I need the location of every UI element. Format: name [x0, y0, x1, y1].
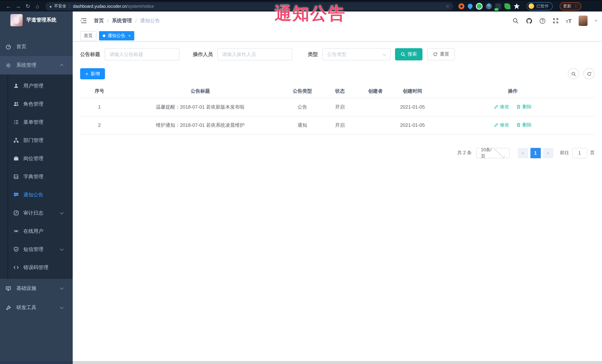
browser-menu-dots-icon[interactable]: ⋮ — [574, 4, 578, 9]
breadcrumb-home[interactable]: 首页 — [94, 17, 104, 24]
search-button-label: 搜索 — [408, 51, 417, 57]
user-menu-caret-icon[interactable] — [595, 20, 598, 22]
github-icon[interactable] — [526, 18, 532, 24]
url-path: /system/notice — [127, 4, 154, 8]
blue-pin-extension-icon[interactable] — [467, 3, 474, 10]
tag-tabs-bar: 首页 通知公告 × — [73, 30, 602, 42]
leaf-extension-icon[interactable] — [505, 3, 510, 9]
sidebar-item-audit-log[interactable]: 审计日志 — [0, 204, 73, 222]
sidebar-item-home[interactable]: 首页 — [0, 37, 73, 56]
col-header-creator: 创建者 — [357, 84, 394, 98]
trash-icon — [516, 123, 521, 127]
plus-icon: + — [85, 71, 88, 76]
delete-link[interactable]: 删除 — [516, 104, 532, 110]
breadcrumb-separator: / — [135, 18, 137, 23]
orange-donut-extension-icon[interactable] — [458, 3, 464, 9]
sidebar-item-label: 字典管理 — [23, 173, 43, 180]
reset-button[interactable]: 重置 — [427, 48, 455, 60]
sidebar-item-dev-tools[interactable]: 研发工具 — [0, 298, 73, 317]
breadcrumb-system[interactable]: 系统管理 — [112, 17, 132, 24]
page-size-select[interactable]: 10条/页 — [476, 148, 509, 158]
help-icon[interactable] — [539, 18, 545, 24]
tab-notice-announcement[interactable]: 通知公告 × — [99, 31, 134, 40]
tab-close-icon[interactable]: × — [128, 33, 131, 38]
star-extension-icon[interactable] — [514, 3, 520, 9]
cell-creator — [357, 98, 394, 116]
show-search-toggle-button[interactable] — [568, 68, 579, 79]
col-header-type: 公告类型 — [282, 84, 323, 98]
sidebar-item-label: 首页 — [16, 43, 26, 50]
cell-type: 公告 — [282, 98, 323, 116]
chevron-down-icon — [60, 247, 64, 250]
sidebar-item-dict-management[interactable]: 字典管理 — [0, 167, 73, 186]
reset-button-label: 重置 — [440, 51, 449, 57]
pencil-icon — [494, 123, 498, 127]
delete-link[interactable]: 删除 — [516, 122, 532, 128]
search-icon[interactable] — [512, 18, 519, 24]
sidebar-item-infrastructure[interactable]: 基础设施 — [0, 279, 73, 298]
sidebar-item-online-users[interactable]: 在线用户 — [0, 222, 73, 240]
green-circle-extension-icon[interactable] — [476, 3, 483, 10]
pagination: 共 2 条 10条/页 ‹ 1 › 前往 页 — [80, 148, 595, 158]
edit-link[interactable]: 修改 — [494, 104, 509, 110]
browser-home-icon[interactable]: ⌂ — [33, 1, 42, 11]
bookmark-star-icon[interactable]: ☆ — [445, 3, 450, 9]
browser-back-icon[interactable]: ← — [4, 1, 13, 11]
browser-update-button[interactable]: 更新 ⋮ — [560, 2, 581, 10]
table-tools — [568, 68, 595, 79]
not-secure-label[interactable]: 不安全 — [54, 3, 66, 9]
fullscreen-icon[interactable] — [552, 18, 559, 24]
goto-page-input[interactable] — [572, 148, 587, 158]
browser-reload-icon[interactable]: ↻ — [23, 1, 33, 11]
sidebar-item-user-management[interactable]: 用户管理 — [0, 77, 73, 95]
sidebar-item-error-code-management[interactable]: 错误码管理 — [0, 258, 73, 277]
col-header-status: 状态 — [323, 84, 357, 98]
edit-link[interactable]: 修改 — [494, 122, 509, 128]
next-page-button[interactable]: › — [543, 148, 553, 158]
sidebar-collapse-icon[interactable] — [80, 17, 87, 24]
address-bar[interactable]: ▲ 不安全 dashboard.yudao.iocoder.cn /system… — [45, 2, 453, 10]
emoji-avatar-icon — [528, 3, 534, 9]
browser-forward-icon[interactable]: → — [13, 1, 23, 11]
operator-input[interactable] — [217, 48, 292, 60]
tab-label: 首页 — [84, 32, 93, 39]
window-bottom-edge — [0, 361, 602, 364]
sidebar-item-sms-management[interactable]: 短信管理 — [0, 240, 73, 258]
page-size-value: 10条/页 — [481, 146, 493, 159]
gear-icon — [6, 62, 11, 68]
profile-paused-pill[interactable]: 已暂停 — [527, 2, 553, 10]
monitor-icon — [6, 286, 11, 291]
table-row: 1 温馨提醒：2018-07-01 若依新版本发布啦 公告 开启 2021-01… — [80, 98, 595, 116]
cell-title: 维护通知：2018-07-01 若依系统凌晨维护 — [119, 116, 282, 134]
add-button-label: 新增 — [90, 71, 100, 77]
sidebar-item-role-management[interactable]: 角色管理 — [0, 95, 73, 113]
paused-label: 已暂停 — [536, 3, 548, 9]
add-button[interactable]: + 新增 — [80, 68, 105, 79]
prev-page-button[interactable]: ‹ — [518, 148, 528, 158]
notice-type-select[interactable]: 公告类型 — [322, 48, 391, 60]
dashboard-icon — [6, 44, 11, 50]
sidebar-item-post-management[interactable]: 岗位管理 — [0, 149, 73, 167]
sidebar-item-label: 系统管理 — [16, 62, 36, 69]
tab-home[interactable]: 首页 — [80, 31, 97, 40]
sidebar-item-label: 基础设施 — [16, 285, 36, 292]
sidebar-item-label: 菜单管理 — [23, 119, 43, 125]
notice-table: 序号 公告标题 公告类型 状态 创建者 创建时间 操作 1 温馨提醒：2018- — [80, 84, 595, 134]
sidebar-item-label: 短信管理 — [23, 246, 43, 253]
sidebar-item-system-management[interactable]: 系统管理 — [0, 56, 73, 74]
sidebar-item-menu-management[interactable]: 菜单管理 — [0, 113, 73, 131]
sidebar-item-department-management[interactable]: 部门管理 — [0, 131, 73, 149]
notice-title-input[interactable] — [105, 48, 180, 60]
extension-on-badge: on — [494, 8, 498, 10]
refresh-table-button[interactable] — [583, 68, 595, 79]
font-size-icon[interactable]: TT — [566, 18, 572, 23]
database-extension-icon[interactable]: on — [495, 3, 501, 9]
page-1-button[interactable]: 1 — [530, 148, 541, 158]
app-logo-row: 芋道管理系统 — [0, 11, 73, 29]
screen: ← → ↻ ⌂ ▲ 不安全 dashboard.yudao.iocoder.cn… — [0, 0, 602, 364]
blue-diamond-extension-icon[interactable] — [486, 3, 492, 9]
cell-no: 2 — [80, 116, 119, 134]
search-button[interactable]: 搜索 — [395, 48, 422, 60]
user-avatar[interactable] — [579, 16, 588, 26]
sidebar-item-notice-announcement[interactable]: 通知公告 — [0, 186, 73, 204]
